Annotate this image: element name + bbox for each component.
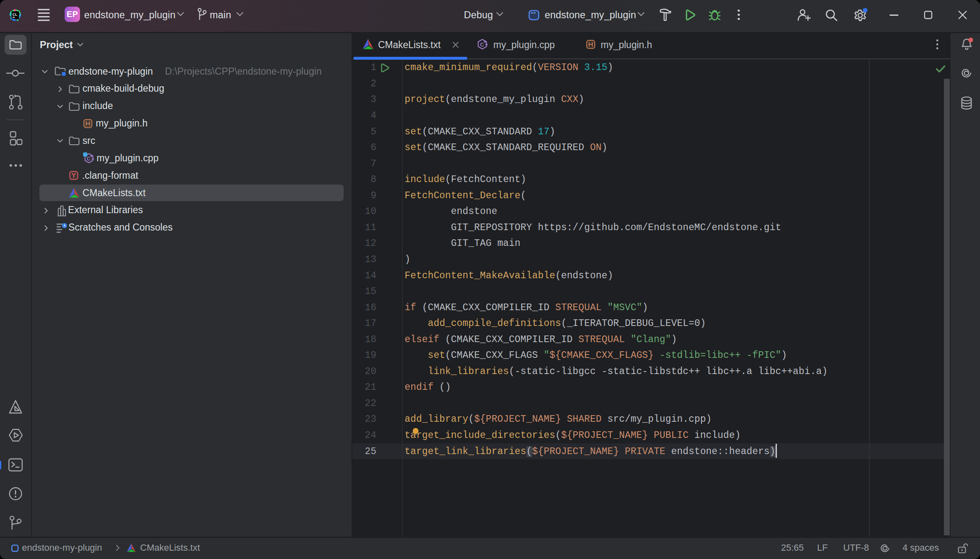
svg-text:CL: CL [12,12,17,17]
svg-text:C: C [87,156,91,162]
svg-text:C: C [480,41,484,48]
